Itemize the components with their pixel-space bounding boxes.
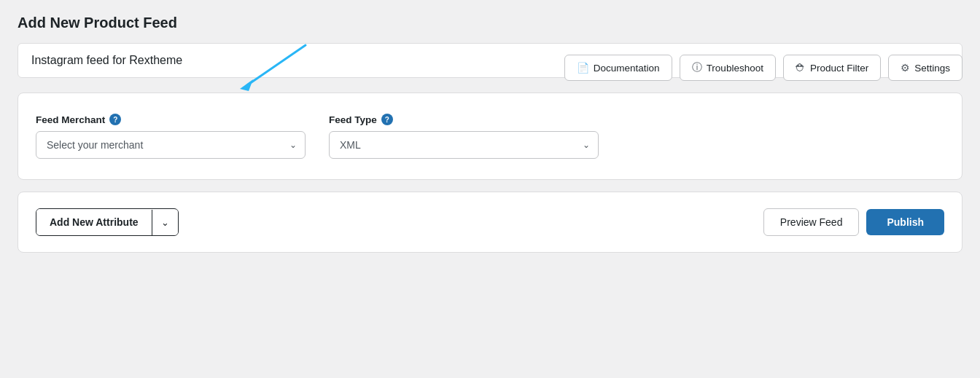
right-actions: Preview Feed Publish	[763, 208, 944, 236]
feed-type-group: Feed Type ? XML CSV TSV JSON ⌄	[329, 114, 599, 159]
feed-config-card: Feed Merchant ? Select your merchant ⌄ F…	[18, 92, 962, 180]
doc-icon: 📄	[577, 62, 589, 74]
feed-merchant-help-icon[interactable]: ?	[109, 114, 121, 125]
troubleshoot-button[interactable]: ⓘ Troubleshoot	[680, 55, 776, 81]
settings-button[interactable]: ⚙ Settings	[888, 55, 962, 81]
feed-merchant-select-wrapper: Select your merchant ⌄	[36, 131, 306, 159]
action-bar: Add New Attribute ⌄ Preview Feed Publish	[18, 192, 962, 253]
feed-type-select-wrapper: XML CSV TSV JSON ⌄	[329, 131, 599, 159]
feed-type-label: Feed Type ?	[329, 114, 599, 125]
gear-icon: ⚙	[901, 62, 910, 74]
svg-marker-1	[240, 79, 253, 91]
feed-type-select[interactable]: XML CSV TSV JSON	[329, 131, 599, 159]
feed-merchant-select[interactable]: Select your merchant	[36, 131, 306, 159]
product-filter-button[interactable]: ⛑ Product Filter	[783, 55, 881, 81]
feed-type-help-icon[interactable]: ?	[381, 114, 393, 125]
troubleshoot-label: Troubleshoot	[707, 63, 763, 74]
add-attribute-main-button[interactable]: Add New Attribute	[36, 209, 152, 235]
filter-icon: ⛑	[796, 62, 806, 74]
add-attribute-chevron-icon[interactable]: ⌄	[152, 210, 178, 235]
info-icon: ⓘ	[692, 61, 702, 74]
documentation-button[interactable]: 📄 Documentation	[564, 55, 672, 81]
settings-label: Settings	[914, 63, 950, 74]
publish-button[interactable]: Publish	[866, 209, 944, 235]
feed-merchant-label: Feed Merchant ?	[36, 114, 306, 125]
documentation-label: Documentation	[594, 63, 660, 74]
preview-feed-button[interactable]: Preview Feed	[763, 208, 860, 236]
feed-merchant-group: Feed Merchant ? Select your merchant ⌄	[36, 114, 306, 159]
add-attribute-button[interactable]: Add New Attribute ⌄	[36, 208, 179, 236]
page-title: Add New Product Feed	[18, 15, 962, 31]
product-filter-label: Product Filter	[810, 63, 868, 74]
